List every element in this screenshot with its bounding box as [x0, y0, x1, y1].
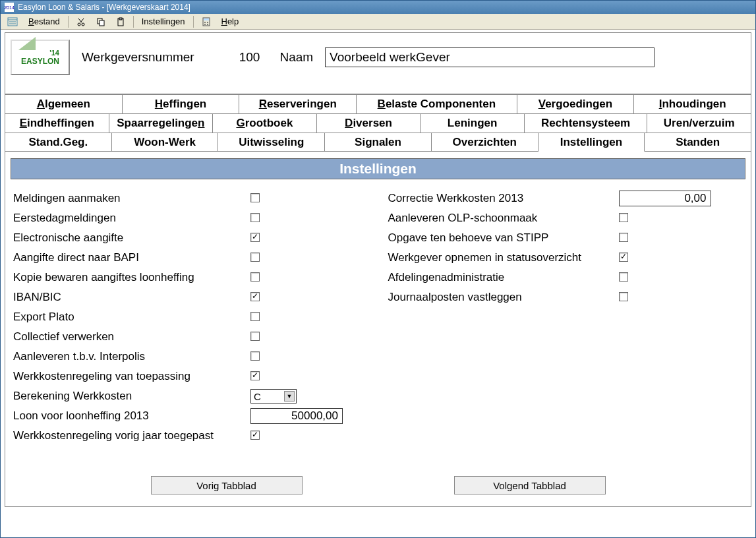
- tab-spaarregelingen[interactable]: Spaarregelingen: [109, 113, 214, 133]
- checkbox-kopie-bewaren-aangiftes-loonheffing[interactable]: [250, 272, 260, 282]
- svg-point-4: [78, 23, 80, 26]
- svg-point-15: [207, 24, 208, 25]
- dropdown-value: C: [254, 391, 261, 402]
- tab-algemeen[interactable]: Algemeen: [5, 94, 123, 113]
- checkbox-eerstedagmeldingen[interactable]: [250, 213, 260, 222]
- logo-button[interactable]: '14 EASYLON: [11, 40, 70, 75]
- separator: [68, 16, 69, 28]
- checkbox-export-plato[interactable]: [250, 312, 260, 321]
- field-label: Collectief verwerken: [13, 330, 250, 344]
- checkbox-electronische-aangifte[interactable]: [250, 233, 260, 242]
- svg-rect-9: [119, 18, 122, 20]
- app-icon: 2014: [5, 3, 14, 12]
- tab-standen[interactable]: Standen: [645, 133, 751, 152]
- dropdown-berekening-werkkosten[interactable]: C▼: [250, 389, 297, 404]
- tab-woon-werk[interactable]: Woon-Werk: [112, 133, 219, 152]
- checkbox-werkgever-opnemen-in-statusoverzicht[interactable]: [619, 253, 628, 262]
- field-label: Werkkostenregeling vorig jaar toegepast: [13, 429, 250, 442]
- svg-point-13: [207, 22, 208, 23]
- tab-uren-verzuim[interactable]: Uren/verzuim: [647, 113, 751, 133]
- checkbox-aanleveren-olp-schoonmaak[interactable]: [619, 213, 628, 222]
- field-label: Opgave ten behoeve van STIPP: [388, 231, 619, 245]
- checkbox-meldingen-aanmaken[interactable]: [250, 193, 260, 202]
- nav-buttons: Vorig Tabblad Volgend Tabblad: [5, 476, 751, 494]
- number-input-loon-voor-loonheffing-2013[interactable]: [250, 408, 343, 424]
- form-row-werkgever-opnemen-in-statusoverzicht: Werkgever opnemen in statusoverzicht: [388, 248, 743, 268]
- menu-help[interactable]: Help: [218, 16, 243, 27]
- form-row-berekening-werkkosten: Berekening WerkkostenC▼: [13, 386, 368, 406]
- checkbox-iban-bic[interactable]: [250, 292, 260, 301]
- naam-input[interactable]: [325, 47, 654, 67]
- checkbox-werkkostenregeling-van-toepassing[interactable]: [250, 371, 260, 380]
- chevron-down-icon: ▼: [284, 391, 295, 402]
- tab-uitwisseling[interactable]: Uitwisseling: [218, 133, 325, 152]
- field-label: Werkgever opnemen in statusoverzicht: [388, 251, 619, 264]
- checkbox-collectief-verwerken[interactable]: [250, 332, 260, 341]
- field-label: Electronische aangifte: [13, 231, 250, 245]
- form-column-right: Correctie Werkkosten 2013Aanleveren OLP-…: [388, 189, 743, 446]
- tab-eindheffingen[interactable]: Eindheffingen: [5, 113, 109, 133]
- paste-icon[interactable]: [112, 16, 129, 27]
- tab-signalen[interactable]: Signalen: [325, 133, 432, 152]
- next-tab-button[interactable]: Volgend Tabblad: [454, 476, 606, 494]
- form-row-export-plato: Export Plato: [13, 307, 368, 327]
- number-input-correctie-werkkosten-2013[interactable]: [619, 191, 711, 206]
- menubar: Bestand Instellingen Help: [1, 14, 755, 30]
- form-row-aanleveren-olp-schoonmaak: Aanleveren OLP-schoonmaak: [388, 208, 743, 228]
- cut-icon[interactable]: [73, 16, 90, 27]
- tab-overzichten[interactable]: Overzichten: [432, 133, 538, 152]
- form-icon[interactable]: [3, 16, 22, 27]
- copy-icon[interactable]: [92, 16, 109, 27]
- tab-leningen[interactable]: Leningen: [421, 113, 525, 133]
- form-column-left: Meldingen aanmakenEerstedagmeldingenElec…: [13, 189, 368, 446]
- calc-icon[interactable]: [198, 16, 215, 27]
- tab-content: Instellingen Meldingen aanmakenEerstedag…: [5, 151, 751, 507]
- svg-rect-7: [100, 20, 104, 26]
- tab-row-1: Algemeen Heffingen Reserveringen Belaste…: [5, 94, 751, 113]
- tab-vergoedingen[interactable]: Vergoedingen: [517, 94, 635, 113]
- werkgeversnummer-value: 100: [239, 50, 260, 65]
- header-panel: '14 EASYLON Werkgeversnummer 100 Naam: [5, 32, 751, 94]
- field-label: Journaalposten vastleggen: [388, 291, 619, 304]
- field-label: Afdelingenadministratie: [388, 271, 619, 284]
- form-row-werkkostenregeling-vorig-jaar-toegepast: Werkkostenregeling vorig jaar toegepast: [13, 426, 368, 446]
- svg-rect-11: [204, 18, 209, 20]
- werkgeversnummer-label: Werkgeversnummer: [82, 50, 194, 65]
- field-label: Meldingen aanmaken: [13, 192, 250, 205]
- svg-point-14: [204, 24, 206, 25]
- window-title: Easylon Loon & Salaris - [Werkgeverskaar…: [18, 3, 190, 12]
- tab-diversen[interactable]: Diversen: [317, 113, 421, 133]
- tab-reserveringen[interactable]: Reserveringen: [239, 94, 357, 113]
- field-label: Export Plato: [13, 311, 250, 324]
- tab-inhoudingen[interactable]: Inhoudingen: [634, 94, 751, 113]
- svg-point-5: [82, 23, 84, 26]
- checkbox-aanleveren-t-b-v-interpolis[interactable]: [250, 351, 260, 361]
- checkbox-journaalposten-vastleggen[interactable]: [619, 292, 628, 301]
- tab-stand-geg[interactable]: Stand.Geg.: [5, 133, 112, 152]
- tab-row-3: Stand.Geg. Woon-Werk Uitwisseling Signal…: [5, 133, 751, 152]
- logo-text: '14 EASYLON: [21, 49, 59, 66]
- tab-rechtensysteem[interactable]: Rechtensysteem: [525, 113, 648, 133]
- form-row-collectief-verwerken: Collectief verwerken: [13, 327, 368, 347]
- checkbox-aangifte-direct-naar-bapi[interactable]: [250, 253, 260, 262]
- field-label: Berekening Werkkosten: [13, 390, 250, 403]
- separator: [133, 16, 134, 28]
- form-row-loon-voor-loonheffing-2013: Loon voor loonheffing 2013: [13, 406, 368, 426]
- menu-instellingen[interactable]: Instellingen: [138, 16, 189, 27]
- menu-bestand[interactable]: Bestand: [24, 16, 64, 27]
- tab-belaste-componenten[interactable]: Belaste Componenten: [357, 94, 517, 113]
- form-row-journaalposten-vastleggen: Journaalposten vastleggen: [388, 287, 743, 307]
- tab-grootboek[interactable]: Grootboek: [213, 113, 317, 133]
- svg-point-12: [204, 22, 206, 23]
- prev-tab-button[interactable]: Vorig Tabblad: [151, 476, 303, 494]
- checkbox-opgave-ten-behoeve-van-stipp[interactable]: [619, 233, 628, 242]
- tab-instellingen[interactable]: Instellingen: [538, 133, 645, 152]
- form-row-meldingen-aanmaken: Meldingen aanmaken: [13, 189, 368, 208]
- tab-heffingen[interactable]: Heffingen: [123, 94, 240, 113]
- form-row-afdelingenadministratie: Afdelingenadministratie: [388, 268, 743, 287]
- naam-label: Naam: [279, 50, 313, 65]
- checkbox-afdelingenadministratie[interactable]: [619, 272, 628, 282]
- section-header: Instellingen: [11, 158, 745, 179]
- checkbox-werkkostenregeling-vorig-jaar-toegepast[interactable]: [250, 431, 260, 440]
- field-label: Werkkostenregeling van toepassing: [13, 370, 250, 383]
